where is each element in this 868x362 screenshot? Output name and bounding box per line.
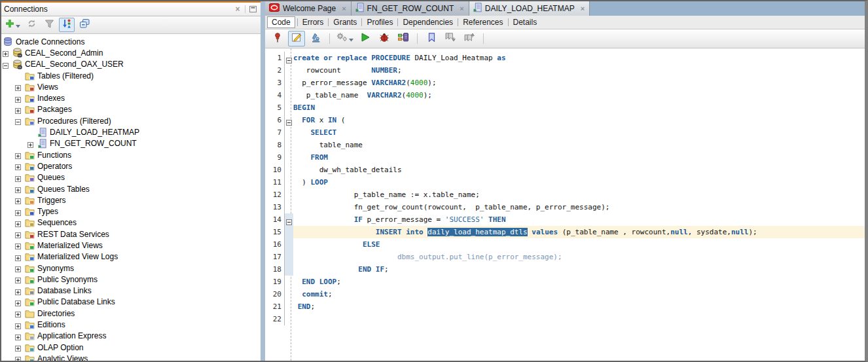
close-panel-icon[interactable]: ×: [232, 5, 243, 14]
tree-item-olap-option[interactable]: OLAP Option: [1, 342, 261, 353]
tree-item-indexes[interactable]: Indexes: [1, 92, 261, 103]
run-button[interactable]: [357, 31, 374, 46]
expander-plus-icon[interactable]: [15, 333, 21, 339]
close-tab-icon[interactable]: ×: [342, 5, 346, 12]
expander-minus-icon[interactable]: [3, 62, 9, 67]
add-connection-button[interactable]: [4, 18, 22, 32]
code-line[interactable]: 10 dw_wh_table_details: [265, 164, 865, 176]
expander-minus-icon[interactable]: [15, 118, 21, 124]
refresh-button[interactable]: [24, 18, 39, 32]
tab-welcome-page[interactable]: Welcome Page×: [265, 1, 352, 16]
expander-plus-icon[interactable]: [15, 231, 21, 237]
debug-bug-button[interactable]: [376, 31, 393, 46]
tree-item-database-links[interactable]: Database Links: [1, 285, 261, 297]
expander-plus-icon[interactable]: [15, 163, 21, 169]
tree-item-application-express[interactable]: Application Express: [1, 331, 261, 342]
connections-tree[interactable]: Oracle ConnectionsCEAL_Second_AdminCEAL_…: [1, 34, 261, 361]
code-text[interactable]: ) LOOP: [293, 176, 865, 189]
expander-plus-icon[interactable]: [15, 276, 21, 282]
code-text[interactable]: BEGIN: [293, 101, 865, 114]
tree-item-materialized-views[interactable]: Materialized Views: [1, 240, 261, 251]
code-line[interactable]: 8 table_name: [265, 139, 865, 151]
code-line[interactable]: 2 rowcount NUMBER;: [265, 64, 865, 77]
edit-pencil-button[interactable]: [288, 31, 305, 46]
panel-splitter[interactable]: [261, 1, 265, 361]
code-line[interactable]: 9 FROM: [265, 151, 865, 164]
tree-item-procedures-filtered[interactable]: Procedures (Filtered): [1, 115, 261, 126]
code-text[interactable]: dbms_output.put_line(p_error_message);: [293, 251, 865, 263]
sort-connections-button[interactable]: [59, 18, 75, 32]
expander-plus-icon[interactable]: [15, 344, 21, 350]
tree-item-tables-filtered[interactable]: Tables (Filtered): [1, 70, 261, 81]
code-text[interactable]: FOR x IN (: [293, 114, 865, 126]
code-editor[interactable]: 1create or replace PROCEDURE DAILY_Load_…: [265, 48, 865, 361]
tree-item-daily-load-heatmap[interactable]: DAILY_LOAD_HEATMAP: [1, 126, 261, 137]
expander-plus-icon[interactable]: [15, 175, 21, 181]
microscope-button[interactable]: [307, 31, 324, 46]
expander-plus-icon[interactable]: [15, 288, 21, 294]
chevron-down-icon[interactable]: [16, 19, 20, 31]
code-line[interactable]: 20 commit;: [265, 288, 865, 300]
subtab-dependencies[interactable]: Dependencies: [399, 17, 457, 27]
code-line[interactable]: 21 END;: [265, 300, 865, 313]
code-line[interactable]: 5BEGIN: [265, 101, 865, 114]
tree-item-ceal-second-admin[interactable]: CEAL_Second_Admin: [1, 47, 261, 58]
code-text[interactable]: p_table_name VARCHAR2(4000);: [293, 89, 865, 101]
tree-item-synonyms[interactable]: Synonyms: [1, 262, 261, 274]
code-line[interactable]: 3 p_error_message VARCHAR2(4000);: [265, 77, 865, 89]
tree-item-materialized-view-logs[interactable]: Materialized View Logs: [1, 251, 261, 262]
tree-item-directories[interactable]: Directories: [1, 308, 261, 319]
pin-button[interactable]: [269, 31, 286, 46]
expander-plus-icon[interactable]: [15, 322, 21, 328]
tree-item-editions[interactable]: Editions: [1, 319, 261, 330]
code-line[interactable]: 14 IF p_error_message = 'SUCCESS' THEN: [265, 213, 865, 226]
code-line[interactable]: 4 p_table_name VARCHAR2(4000);: [265, 89, 865, 101]
subtab-references[interactable]: References: [459, 17, 507, 27]
code-text[interactable]: END LOOP;: [293, 276, 865, 288]
code-text[interactable]: INSERT into daily_load_heatmap_dtls valu…: [293, 226, 865, 238]
code-text[interactable]: commit;: [293, 288, 865, 300]
tree-item-operators[interactable]: Operators: [1, 160, 261, 172]
subtab-grants[interactable]: Grants: [329, 17, 361, 27]
bookmark-button[interactable]: [423, 31, 440, 46]
close-tab-icon[interactable]: ×: [581, 5, 585, 12]
expander-plus-icon[interactable]: [15, 107, 21, 113]
code-text[interactable]: SELECT: [293, 126, 865, 139]
collapse-all-button[interactable]: [77, 18, 92, 32]
tree-item-functions[interactable]: Functions: [1, 149, 261, 160]
tree-item-queues[interactable]: Queues: [1, 172, 261, 183]
code-text[interactable]: fn_get_row_count(rowcount, p_table_name,…: [293, 201, 865, 213]
code-text[interactable]: p_table_name := x.table_name;: [293, 189, 865, 201]
tree-item-public-synonyms[interactable]: Public Synonyms: [1, 274, 261, 285]
tree-item-ceal-second-oax-user[interactable]: CEAL_Second_OAX_USER: [1, 59, 261, 70]
tree-item-public-database-links[interactable]: Public Database Links: [1, 297, 261, 308]
tab-daily-load-heatmap[interactable]: DAILY_LOAD_HEATMAP×: [469, 1, 590, 16]
tree-item-views[interactable]: Views: [1, 81, 261, 92]
tree-item-queues-tables[interactable]: Queues Tables: [1, 183, 261, 194]
expander-plus-icon[interactable]: [15, 355, 21, 361]
subtab-details[interactable]: Details: [509, 17, 541, 27]
code-line[interactable]: 16 ELSE: [265, 238, 865, 251]
expander-plus-icon[interactable]: [15, 84, 21, 90]
expander-plus-icon[interactable]: [15, 220, 21, 226]
code-text[interactable]: END IF;: [293, 263, 865, 276]
code-line[interactable]: 7 SELECT: [265, 126, 865, 139]
tree-item-fn-get-row-count[interactable]: FN_GET_ROW_COUNT: [1, 138, 261, 149]
hierarchy-button[interactable]: [395, 31, 412, 46]
subtab-profiles[interactable]: Profiles: [363, 17, 397, 27]
subtab-code[interactable]: Code: [267, 16, 295, 28]
code-text[interactable]: ELSE: [293, 238, 865, 251]
code-text[interactable]: p_error_message VARCHAR2(4000);: [293, 77, 865, 89]
code-text[interactable]: dw_wh_table_details: [293, 164, 865, 176]
expander-plus-icon[interactable]: [3, 50, 9, 56]
tab-fn-get-row-count[interactable]: FN_GET_ROW_COUNT×: [352, 1, 469, 16]
code-text[interactable]: create or replace PROCEDURE DAILY_Load_H…: [293, 52, 865, 64]
tree-item-oracle-connections[interactable]: Oracle Connections: [1, 36, 261, 47]
tree-item-packages[interactable]: Packages: [1, 104, 261, 115]
code-line[interactable]: 1create or replace PROCEDURE DAILY_Load_…: [265, 52, 865, 64]
minimize-panel-icon[interactable]: [247, 5, 258, 14]
code-text[interactable]: END;: [293, 300, 865, 313]
expander-plus-icon[interactable]: [15, 197, 21, 203]
next-bookmark-button[interactable]: [442, 31, 459, 46]
tree-item-sequences[interactable]: Sequences: [1, 217, 261, 228]
